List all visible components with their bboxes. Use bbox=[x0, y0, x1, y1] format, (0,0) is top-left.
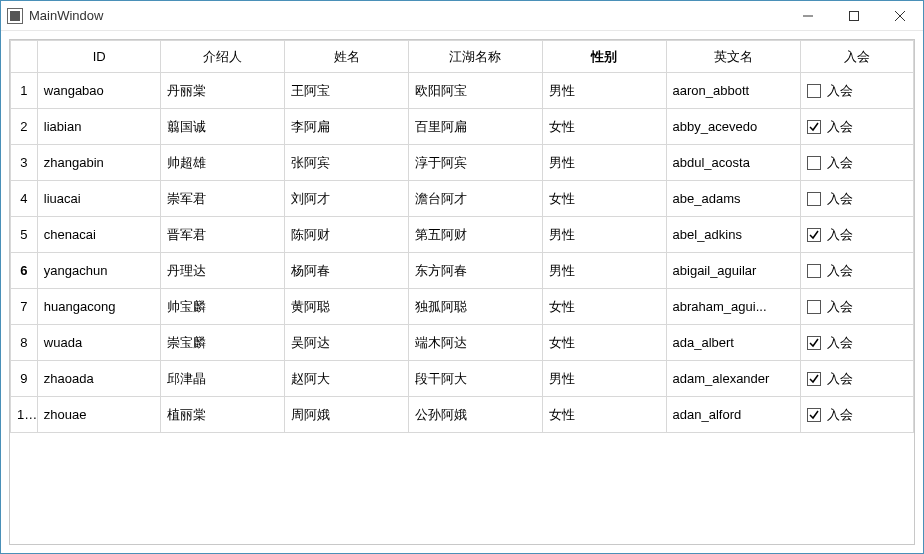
cell-gender[interactable]: 男性 bbox=[542, 217, 666, 253]
cell-english[interactable]: abel_adkins bbox=[666, 217, 800, 253]
cell-referrer[interactable]: 帅宝麟 bbox=[161, 289, 285, 325]
cell-gender[interactable]: 男性 bbox=[542, 145, 666, 181]
cell-name[interactable]: 王阿宝 bbox=[285, 73, 409, 109]
cell-gender[interactable]: 男性 bbox=[542, 73, 666, 109]
cell-gender[interactable]: 女性 bbox=[542, 289, 666, 325]
cell-nick[interactable]: 澹台阿才 bbox=[408, 181, 542, 217]
row-number[interactable]: 9 bbox=[11, 361, 38, 397]
maximize-button[interactable] bbox=[831, 1, 877, 31]
cell-gender[interactable]: 男性 bbox=[542, 253, 666, 289]
join-checkbox[interactable] bbox=[807, 408, 821, 422]
cell-nick[interactable]: 东方阿春 bbox=[408, 253, 542, 289]
cell-nick[interactable]: 欧阳阿宝 bbox=[408, 73, 542, 109]
cell-name[interactable]: 吴阿达 bbox=[285, 325, 409, 361]
cell-english[interactable]: abdul_acosta bbox=[666, 145, 800, 181]
cell-name[interactable]: 刘阿才 bbox=[285, 181, 409, 217]
cell-nick[interactable]: 端木阿达 bbox=[408, 325, 542, 361]
cell-english[interactable]: abe_adams bbox=[666, 181, 800, 217]
row-number[interactable]: 5 bbox=[11, 217, 38, 253]
cell-referrer[interactable]: 丹理达 bbox=[161, 253, 285, 289]
cell-english[interactable]: adam_alexander bbox=[666, 361, 800, 397]
cell-id[interactable]: wuada bbox=[37, 325, 161, 361]
data-grid[interactable]: ID 介绍人 姓名 江湖名称 性别 英文名 入会 1wangabao丹丽棠王阿宝… bbox=[9, 39, 915, 545]
cell-referrer[interactable]: 丹丽棠 bbox=[161, 73, 285, 109]
table-row[interactable]: 6yangachun丹理达杨阿春东方阿春男性abigail_aguilar入会 bbox=[11, 253, 914, 289]
cell-id[interactable]: wangabao bbox=[37, 73, 161, 109]
row-number[interactable]: 7 bbox=[11, 289, 38, 325]
cell-id[interactable]: zhangabin bbox=[37, 145, 161, 181]
cell-join[interactable]: 入会 bbox=[800, 253, 913, 289]
cell-gender[interactable]: 女性 bbox=[542, 325, 666, 361]
cell-referrer[interactable]: 崇宝麟 bbox=[161, 325, 285, 361]
join-checkbox[interactable] bbox=[807, 84, 821, 98]
cell-english[interactable]: aaron_abbott bbox=[666, 73, 800, 109]
cell-gender[interactable]: 男性 bbox=[542, 361, 666, 397]
cell-join[interactable]: 入会 bbox=[800, 145, 913, 181]
header-nick[interactable]: 江湖名称 bbox=[408, 41, 542, 73]
cell-referrer[interactable]: 邱津晶 bbox=[161, 361, 285, 397]
join-checkbox[interactable] bbox=[807, 372, 821, 386]
table-row[interactable]: 3zhangabin帅超雄张阿宾淳于阿宾男性abdul_acosta入会 bbox=[11, 145, 914, 181]
table-row[interactable]: 7huangacong帅宝麟黄阿聪独孤阿聪女性abraham_agui...入会 bbox=[11, 289, 914, 325]
cell-join[interactable]: 入会 bbox=[800, 289, 913, 325]
table-row[interactable]: 4liuacai崇军君刘阿才澹台阿才女性abe_adams入会 bbox=[11, 181, 914, 217]
cell-gender[interactable]: 女性 bbox=[542, 397, 666, 433]
header-rownum[interactable] bbox=[11, 41, 38, 73]
header-english[interactable]: 英文名 bbox=[666, 41, 800, 73]
row-number[interactable]: 6 bbox=[11, 253, 38, 289]
cell-join[interactable]: 入会 bbox=[800, 181, 913, 217]
row-number[interactable]: 8 bbox=[11, 325, 38, 361]
cell-name[interactable]: 陈阿财 bbox=[285, 217, 409, 253]
cell-join[interactable]: 入会 bbox=[800, 361, 913, 397]
table-row[interactable]: 8wuada崇宝麟吴阿达端木阿达女性ada_albert入会 bbox=[11, 325, 914, 361]
cell-english[interactable]: ada_albert bbox=[666, 325, 800, 361]
cell-join[interactable]: 入会 bbox=[800, 217, 913, 253]
cell-name[interactable]: 张阿宾 bbox=[285, 145, 409, 181]
cell-referrer[interactable]: 崇军君 bbox=[161, 181, 285, 217]
minimize-button[interactable] bbox=[785, 1, 831, 31]
cell-english[interactable]: abby_acevedo bbox=[666, 109, 800, 145]
join-checkbox[interactable] bbox=[807, 192, 821, 206]
cell-name[interactable]: 杨阿春 bbox=[285, 253, 409, 289]
cell-referrer[interactable]: 帅超雄 bbox=[161, 145, 285, 181]
cell-id[interactable]: zhouae bbox=[37, 397, 161, 433]
cell-gender[interactable]: 女性 bbox=[542, 109, 666, 145]
join-checkbox[interactable] bbox=[807, 156, 821, 170]
join-checkbox[interactable] bbox=[807, 264, 821, 278]
cell-join[interactable]: 入会 bbox=[800, 325, 913, 361]
cell-id[interactable]: liuacai bbox=[37, 181, 161, 217]
join-checkbox[interactable] bbox=[807, 228, 821, 242]
cell-join[interactable]: 入会 bbox=[800, 109, 913, 145]
row-number[interactable]: 3 bbox=[11, 145, 38, 181]
cell-id[interactable]: zhaoada bbox=[37, 361, 161, 397]
cell-english[interactable]: abraham_agui... bbox=[666, 289, 800, 325]
cell-referrer[interactable]: 植丽棠 bbox=[161, 397, 285, 433]
cell-nick[interactable]: 段干阿大 bbox=[408, 361, 542, 397]
cell-name[interactable]: 周阿娥 bbox=[285, 397, 409, 433]
header-join[interactable]: 入会 bbox=[800, 41, 913, 73]
join-checkbox[interactable] bbox=[807, 336, 821, 350]
cell-referrer[interactable]: 翦国诚 bbox=[161, 109, 285, 145]
cell-english[interactable]: abigail_aguilar bbox=[666, 253, 800, 289]
header-id[interactable]: ID bbox=[37, 41, 161, 73]
cell-id[interactable]: huangacong bbox=[37, 289, 161, 325]
cell-gender[interactable]: 女性 bbox=[542, 181, 666, 217]
cell-nick[interactable]: 百里阿扁 bbox=[408, 109, 542, 145]
row-number[interactable]: 1 bbox=[11, 73, 38, 109]
table-row[interactable]: 10zhouae植丽棠周阿娥公孙阿娥女性adan_alford入会 bbox=[11, 397, 914, 433]
cell-nick[interactable]: 独孤阿聪 bbox=[408, 289, 542, 325]
cell-nick[interactable]: 公孙阿娥 bbox=[408, 397, 542, 433]
table-row[interactable]: 2liabian翦国诚李阿扁百里阿扁女性abby_acevedo入会 bbox=[11, 109, 914, 145]
table-row[interactable]: 5chenacai晋军君陈阿财第五阿财男性abel_adkins入会 bbox=[11, 217, 914, 253]
cell-id[interactable]: chenacai bbox=[37, 217, 161, 253]
cell-referrer[interactable]: 晋军君 bbox=[161, 217, 285, 253]
close-button[interactable] bbox=[877, 1, 923, 31]
row-number[interactable]: 10 bbox=[11, 397, 38, 433]
cell-name[interactable]: 李阿扁 bbox=[285, 109, 409, 145]
cell-id[interactable]: yangachun bbox=[37, 253, 161, 289]
cell-english[interactable]: adan_alford bbox=[666, 397, 800, 433]
cell-id[interactable]: liabian bbox=[37, 109, 161, 145]
cell-join[interactable]: 入会 bbox=[800, 397, 913, 433]
cell-nick[interactable]: 第五阿财 bbox=[408, 217, 542, 253]
header-name[interactable]: 姓名 bbox=[285, 41, 409, 73]
